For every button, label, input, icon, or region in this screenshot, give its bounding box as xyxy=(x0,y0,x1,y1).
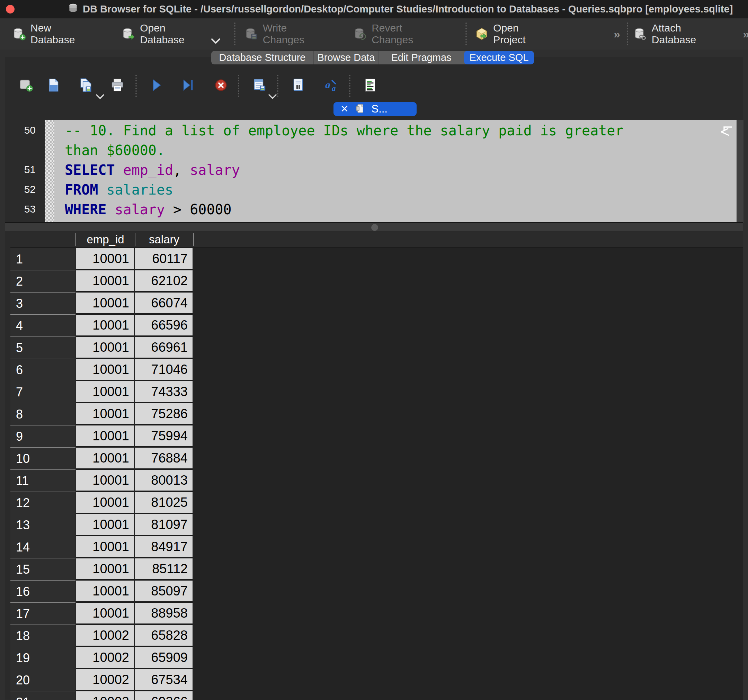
row-number[interactable]: 15 xyxy=(11,559,76,580)
row-number[interactable]: 10 xyxy=(11,448,76,470)
cell-emp-id[interactable]: 10001 xyxy=(76,315,134,337)
sql-save-button[interactable] xyxy=(78,77,94,94)
row-number[interactable]: 16 xyxy=(11,580,76,603)
cell-salary[interactable]: 76884 xyxy=(135,448,193,470)
row-number[interactable]: 6 xyxy=(11,359,76,381)
toolbar-overflow-chevron-icon[interactable]: » xyxy=(614,27,619,41)
cell-emp-id[interactable]: 10001 xyxy=(76,559,134,580)
cell-salary[interactable]: 67534 xyxy=(135,669,193,691)
sql-code-area[interactable]: -- 10. Find a list of employee IDs where… xyxy=(54,121,726,220)
cell-salary[interactable]: 85097 xyxy=(135,580,193,603)
toolbar-button-write-changes[interactable]: Write Changes xyxy=(244,22,331,46)
tab-new-button[interactable] xyxy=(18,77,34,94)
row-number[interactable]: 3 xyxy=(11,293,76,315)
toolbar-button-open-project[interactable]: Open Project xyxy=(474,22,554,46)
cell-emp-id[interactable]: 10001 xyxy=(76,359,134,381)
cell-emp-id[interactable]: 10001 xyxy=(76,448,134,470)
cell-emp-id[interactable]: 10001 xyxy=(76,580,134,603)
toolbar-button-revert-changes[interactable]: Revert Changes xyxy=(353,22,446,46)
cell-salary[interactable]: 62102 xyxy=(135,270,193,293)
code-line[interactable]: SELECT emp_id, salary xyxy=(54,160,726,180)
column-header-emp_id[interactable]: emp_id xyxy=(76,232,135,247)
row-number[interactable]: 21 xyxy=(11,691,76,700)
cell-salary[interactable]: 66961 xyxy=(135,337,193,359)
open-database-dropdown-caret[interactable] xyxy=(211,37,221,45)
sql-open-button[interactable] xyxy=(46,77,62,94)
find-in-sql-button[interactable] xyxy=(290,77,306,94)
cell-emp-id[interactable]: 10001 xyxy=(76,536,134,559)
execute-line-button[interactable] xyxy=(181,77,196,94)
sql-editor[interactable]: 50515253 -- 10. Find a list of employee … xyxy=(11,120,743,223)
format-text-button[interactable]: aa xyxy=(323,77,339,94)
row-number[interactable]: 17 xyxy=(11,603,76,625)
toolbar-button-attach-database[interactable]: Attach Database xyxy=(633,22,728,46)
row-number[interactable]: 5 xyxy=(11,337,76,359)
cell-emp-id[interactable]: 10001 xyxy=(76,293,134,315)
column-header-salary[interactable]: salary xyxy=(135,232,193,247)
print-button[interactable] xyxy=(109,77,125,94)
code-line[interactable]: -- 10. Find a list of employee IDs where… xyxy=(54,121,726,141)
row-number[interactable]: 8 xyxy=(11,403,76,425)
cell-emp-id[interactable]: 10001 xyxy=(76,514,134,536)
cell-emp-id[interactable]: 10001 xyxy=(76,248,134,270)
minimize-window-button[interactable] xyxy=(23,5,31,14)
cell-emp-id[interactable]: 10001 xyxy=(76,381,134,403)
cell-emp-id[interactable]: 10001 xyxy=(76,337,134,359)
row-number[interactable]: 19 xyxy=(11,647,76,669)
editor-results-splitter[interactable] xyxy=(5,222,743,231)
query-log-button[interactable] xyxy=(362,77,378,94)
row-number[interactable]: 2 xyxy=(11,270,76,293)
close-tab-icon[interactable]: ✕ xyxy=(341,104,348,114)
cell-emp-id[interactable]: 10001 xyxy=(76,470,134,492)
code-line[interactable]: FROM salaries xyxy=(54,180,726,200)
editor-scrollbar[interactable] xyxy=(737,120,743,223)
cell-salary[interactable]: 75286 xyxy=(135,403,193,425)
close-window-button[interactable] xyxy=(6,5,15,14)
code-line[interactable]: than $60000. xyxy=(54,141,726,160)
row-number[interactable]: 11 xyxy=(11,470,76,492)
cell-emp-id[interactable]: 10001 xyxy=(76,425,134,448)
cell-salary[interactable]: 74333 xyxy=(135,381,193,403)
cell-salary[interactable]: 71046 xyxy=(135,359,193,381)
row-number[interactable]: 18 xyxy=(11,625,76,647)
cell-emp-id[interactable]: 10001 xyxy=(76,603,134,625)
zoom-window-button[interactable] xyxy=(39,5,48,14)
sql-tab[interactable]: ✕ S... xyxy=(333,102,417,116)
toolbar-button-new-database[interactable]: New Database xyxy=(12,22,98,46)
cell-emp-id[interactable]: 10002 xyxy=(76,691,134,700)
stop-execution-button[interactable] xyxy=(213,77,229,94)
dropdown-caret-icon[interactable] xyxy=(96,94,105,100)
tab-database-structure[interactable]: Database Structure xyxy=(211,51,314,64)
row-number[interactable]: 20 xyxy=(11,669,76,691)
tab-edit-pragmas[interactable]: Edit Pragmas xyxy=(379,51,464,64)
dropdown-caret-icon[interactable] xyxy=(268,94,277,100)
cell-salary[interactable]: 60117 xyxy=(135,248,193,270)
cell-salary[interactable]: 85112 xyxy=(135,559,193,580)
row-number[interactable]: 12 xyxy=(11,492,76,514)
execute-all-button[interactable] xyxy=(149,77,164,94)
cell-salary[interactable]: 66596 xyxy=(135,315,193,337)
row-number[interactable]: 13 xyxy=(11,514,76,536)
row-number[interactable]: 14 xyxy=(11,536,76,559)
toolbar-overflow-chevron-icon[interactable]: » xyxy=(743,27,748,41)
cell-salary[interactable]: 81025 xyxy=(135,492,193,514)
cell-salary[interactable]: 65909 xyxy=(135,647,193,669)
cell-emp-id[interactable]: 10002 xyxy=(76,669,134,691)
toolbar-button-open-database[interactable]: Open Database xyxy=(121,22,213,46)
cell-salary[interactable]: 88958 xyxy=(135,603,193,625)
cell-emp-id[interactable]: 10002 xyxy=(76,625,134,647)
cell-salary[interactable]: 84917 xyxy=(135,536,193,559)
cell-salary[interactable]: 66074 xyxy=(135,293,193,315)
cell-salary[interactable]: 69366 xyxy=(135,691,193,700)
row-number[interactable]: 4 xyxy=(11,315,76,337)
cell-salary[interactable]: 81097 xyxy=(135,514,193,536)
cell-salary[interactable]: 65828 xyxy=(135,625,193,647)
tab-browse-data[interactable]: Browse Data xyxy=(314,51,379,64)
row-number[interactable]: 9 xyxy=(11,425,76,448)
cell-emp-id[interactable]: 10001 xyxy=(76,270,134,293)
cell-emp-id[interactable]: 10001 xyxy=(76,492,134,514)
tab-execute-sql[interactable]: Execute SQL xyxy=(464,51,534,64)
row-number[interactable]: 7 xyxy=(11,381,76,403)
export-results-button[interactable] xyxy=(251,77,268,94)
cell-salary[interactable]: 75994 xyxy=(135,425,193,448)
